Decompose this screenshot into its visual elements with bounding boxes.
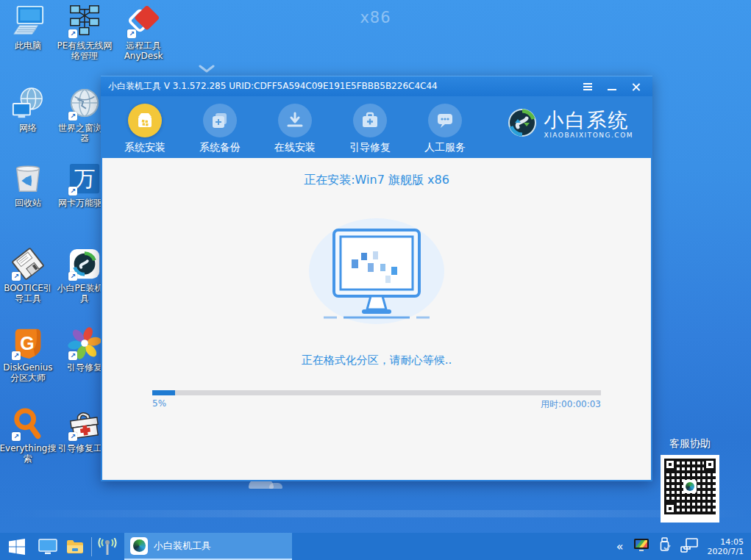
network-manager-icon	[68, 4, 102, 38]
tab-boot-repair[interactable]: 引导修复	[344, 104, 396, 154]
taskbar-app-label: 小白装机工具	[154, 539, 211, 553]
desktop-icon-label: PE有线无线网 络管理	[54, 40, 115, 61]
tray-expand-chevrons[interactable]: «	[616, 539, 624, 553]
xiaobai-logo-icon	[508, 108, 537, 140]
diskgenius-icon: G	[11, 326, 45, 360]
shortcut-arrow-badge	[68, 112, 77, 121]
desktop-icon-pe-network-manager[interactable]: PE有线无线网 络管理	[54, 4, 115, 61]
taskbar-clock[interactable]: 14:05 2020/7/1	[708, 537, 744, 556]
system-tray: « 14:05 2020/7/1	[616, 537, 751, 556]
clock-time: 14:05	[708, 537, 744, 547]
desktop-icon-diskgenius[interactable]: G DiskGenius 分区大师	[0, 326, 59, 383]
svg-text:万: 万	[74, 167, 96, 190]
desktop-icon-everything[interactable]: Everything搜 索	[0, 407, 59, 464]
status-text: 正在格式化分区，请耐心等候..	[102, 353, 651, 367]
shortcut-arrow-badge	[12, 272, 21, 281]
desktop-icon-this-pc[interactable]: 此电脑	[0, 4, 59, 51]
folder-icon	[66, 539, 84, 554]
shortcut-arrow-badge	[12, 351, 21, 360]
window-content: 正在安装:Win7 旗舰版 x86	[101, 158, 652, 481]
svg-text:G: G	[20, 333, 34, 353]
chevron-down-icon	[199, 65, 215, 73]
nav-bar: 系统安装 系统备份 在线安装 引导修复 人工服务	[101, 96, 652, 158]
shortcut-arrow-badge	[68, 187, 77, 195]
file-explorer-button[interactable]	[62, 533, 88, 560]
taskbar-app-xiaobai[interactable]: 小白装机工具	[124, 533, 292, 560]
progress-section: 5% 用时:00:00:03	[152, 390, 601, 411]
tab-label: 系统备份	[193, 141, 246, 154]
shortcut-arrow-badge	[68, 432, 77, 441]
network-icon	[11, 87, 45, 121]
installing-title: 正在安装:Win7 旗舰版 x86	[102, 173, 651, 188]
desktop-icon-bootice[interactable]: BOOTICE引 导工具	[0, 247, 59, 304]
tab-human-service[interactable]: 人工服务	[419, 104, 471, 154]
progress-bar-fill	[152, 390, 175, 395]
desktop-icon-label: 回收站	[0, 198, 59, 208]
desktop-icon-recycle-bin[interactable]: 回收站	[0, 162, 59, 208]
pinwheel-repair-icon	[68, 326, 102, 360]
qr-finder-mark	[664, 503, 676, 514]
antenna-icon	[96, 538, 118, 556]
xiaobai-pe-icon	[68, 247, 102, 281]
download-icon	[278, 104, 312, 137]
chat-icon	[428, 104, 462, 137]
desktop-icon-label: DiskGenius 分区大师	[0, 362, 59, 383]
qr-center-logo-icon	[683, 480, 697, 493]
tab-label: 引导修复	[344, 141, 396, 154]
minimize-button[interactable]	[606, 81, 618, 93]
backup-icon	[203, 104, 237, 137]
qr-code	[661, 455, 719, 523]
qr-finder-mark	[664, 459, 676, 470]
elapsed-time: 用时:00:00:03	[541, 398, 601, 411]
shortcut-arrow-badge	[68, 272, 77, 281]
desktop-icon-label: 网络	[0, 123, 59, 133]
show-desktop-button[interactable]	[34, 533, 62, 560]
taskbar: 小白装机工具 « 14:05 2020/7/1	[0, 533, 751, 560]
brand-site: XIAOBAIXITONG.COM	[544, 132, 634, 139]
qr-pattern	[664, 459, 716, 514]
tab-system-install[interactable]: 系统安装	[118, 104, 171, 154]
progress-bar	[152, 390, 601, 395]
window-title: 小白装机工具 V 3.1.572.285 URID:CDFF5A594C09E1…	[108, 80, 582, 93]
display-settings-icon[interactable]	[633, 538, 649, 555]
support-panel: 客服协助	[657, 437, 723, 523]
menu-icon[interactable]	[582, 81, 594, 93]
driver-icon: 万	[68, 162, 102, 195]
brand-name: 小白系统	[544, 110, 634, 132]
monitor-illustration	[303, 217, 450, 331]
progress-percent: 5%	[152, 398, 166, 411]
qr-finder-mark	[704, 459, 716, 470]
shortcut-arrow-badge	[68, 351, 77, 360]
tab-label: 人工服务	[419, 141, 471, 154]
clock-date: 2020/7/1	[708, 547, 744, 556]
network-status-icon[interactable]	[680, 538, 698, 556]
network-antenna-button[interactable]	[95, 533, 120, 560]
everything-icon	[11, 407, 45, 441]
desktop-icon-label: Everything搜 索	[0, 443, 59, 464]
desktop-icon-label: 此电脑	[0, 40, 59, 51]
windows-logo-icon	[9, 539, 25, 555]
taskbar-separator	[91, 537, 92, 556]
shortcut-arrow-badge	[127, 29, 136, 38]
bootice-icon	[11, 247, 45, 281]
install-icon	[128, 104, 162, 137]
computer-icon	[11, 4, 45, 38]
tab-label: 系统安装	[118, 141, 171, 154]
shortcut-arrow-badge	[68, 29, 77, 38]
close-button[interactable]	[630, 81, 642, 93]
desktop-icon-anydesk[interactable]: 远程工具 AnyDesk	[113, 4, 174, 61]
start-button[interactable]	[0, 533, 34, 560]
tab-system-backup[interactable]: 系统备份	[193, 104, 246, 154]
xiaobai-app-icon	[130, 537, 148, 555]
toolkit-icon	[353, 104, 387, 137]
usb-safely-remove-icon[interactable]	[659, 537, 671, 556]
window-titlebar[interactable]: 小白装机工具 V 3.1.572.285 URID:CDFF5A594C09E1…	[101, 76, 652, 96]
anydesk-icon	[127, 4, 160, 38]
support-label: 客服协助	[657, 437, 723, 450]
repair-toolbox-icon	[68, 407, 102, 441]
tab-online-install[interactable]: 在线安装	[268, 104, 321, 154]
desktop-icon-label: BOOTICE引 导工具	[0, 283, 59, 304]
sea-streak-decoration	[0, 510, 751, 517]
desktop-icon-network[interactable]: 网络	[0, 87, 59, 133]
brand-area: 小白系统 XIAOBAIXITONG.COM	[508, 108, 634, 140]
